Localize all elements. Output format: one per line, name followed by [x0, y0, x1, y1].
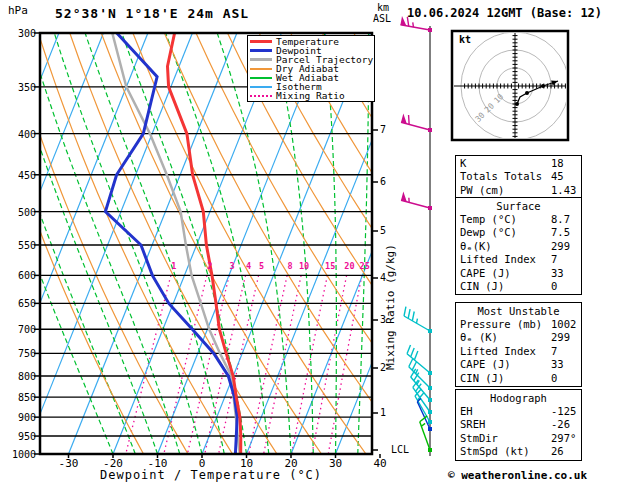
- curve-temperature: [168, 33, 241, 454]
- temp-tick-label: -20: [103, 457, 123, 470]
- pressure-axis-unit: hPa: [8, 4, 28, 17]
- stats-box: K18Totals Totals45PW (cm)1.43: [455, 155, 582, 199]
- pressure-tick-label: 550: [6, 240, 36, 251]
- pressure-tick-label: 800: [6, 371, 36, 382]
- pressure-tick-label: 500: [6, 207, 36, 218]
- legend: TemperatureDewpointParcel TrajectoryDry …: [247, 35, 375, 102]
- stats-row: StmDir297°: [456, 432, 581, 445]
- stats-row: EH-125: [456, 405, 581, 418]
- curve-parcel-trajectory: [112, 33, 240, 454]
- pressure-tick-label: 650: [6, 298, 36, 309]
- stats-value: 7: [551, 253, 557, 266]
- pressure-tick-label: 1000: [6, 449, 36, 460]
- valid-date: 10.06.2024 12GMT (Base: 12): [407, 6, 602, 20]
- legend-swatch: [250, 95, 272, 97]
- legend-swatch: [250, 40, 272, 43]
- stats-section-header: Surface: [456, 199, 581, 213]
- stats-value: 299: [551, 240, 570, 253]
- stats-value: 7: [551, 345, 557, 358]
- stats-row: Totals Totals45: [456, 170, 581, 183]
- stats-row: K18: [456, 157, 581, 170]
- legend-swatch: [250, 49, 272, 52]
- stats-row: CIN (J)0: [456, 280, 581, 293]
- stats-value: 8.7: [551, 213, 570, 226]
- mixing-ratio-value-label: 5: [259, 261, 264, 271]
- pressure-tick-label: 900: [6, 412, 36, 423]
- mixing-ratio-value-label: 25: [360, 261, 370, 271]
- km-tick-label: 7: [380, 124, 386, 135]
- mixing-ratio-value-label: 3: [230, 261, 235, 271]
- stats-value: -125: [551, 405, 576, 418]
- pressure-tick-label: 850: [6, 392, 36, 403]
- pressure-tick-label: 350: [6, 82, 36, 93]
- stats-box: HodographEH-125SREH-26StmDir297°StmSpd (…: [455, 389, 582, 461]
- stats-row: SREH-26: [456, 418, 581, 431]
- stats-value: 18: [551, 157, 564, 170]
- temperature-axis-label: Dewpoint / Temperature (°C): [100, 468, 322, 482]
- mixing-ratio-value-label: 1: [171, 261, 176, 271]
- stats-value: 1.43: [551, 184, 576, 197]
- stats-row: CAPE (J)33: [456, 267, 581, 280]
- km-tick-label: 3: [380, 314, 386, 325]
- stats-row: PW (cm)1.43: [456, 184, 581, 197]
- stats-row: Dewp (°C)7.5: [456, 226, 581, 239]
- temp-tick-label: 40: [373, 457, 386, 470]
- stats-value: 0: [551, 372, 557, 385]
- stats-row: CIN (J)0: [456, 372, 581, 385]
- wind-barb: [407, 345, 432, 375]
- skewt-sounding-page: 102030 hPa 52°38'N 1°18'E 24m ASL km ASL…: [0, 0, 629, 486]
- wind-barb: [401, 114, 432, 132]
- pressure-tick-label: 950: [6, 431, 36, 442]
- stats-value: 299: [551, 331, 570, 344]
- stats-row: θₑ (K)299: [456, 331, 581, 344]
- hodograph-unit-label: kt: [459, 34, 471, 45]
- asl-axis-label: ASL: [373, 13, 391, 24]
- pressure-tick-label: 600: [6, 270, 36, 281]
- mixing-ratio-value-label: 4: [246, 261, 251, 271]
- stats-value: 0: [551, 280, 557, 293]
- pressure-tick-label: 450: [6, 170, 36, 181]
- stats-section-header: Most Unstable: [456, 304, 581, 318]
- km-axis-label: km: [377, 2, 389, 13]
- mixing-ratio-value-label: 8: [287, 261, 292, 271]
- stats-box: Most UnstablePressure (mb)1002θₑ (K)299L…: [455, 302, 582, 387]
- temp-tick-label: 30: [329, 457, 342, 470]
- wind-barb: [401, 192, 432, 210]
- stats-section-header: Hodograph: [456, 391, 581, 405]
- stats-value: 7.5: [551, 226, 570, 239]
- stats-value: 1002: [551, 318, 576, 331]
- stats-row: Lifted Index7: [456, 253, 581, 266]
- wind-barb: [404, 307, 432, 333]
- stats-box: SurfaceTemp (°C)8.7Dewp (°C)7.5θₑ(K)299L…: [455, 197, 582, 295]
- stats-row: Temp (°C)8.7: [456, 213, 581, 226]
- legend-swatch: [250, 86, 272, 88]
- stats-row: Lifted Index7: [456, 345, 581, 358]
- stats-value: 26: [551, 445, 564, 458]
- km-tick-label: 1: [380, 407, 386, 418]
- mixing-ratio-value-label: 15: [325, 261, 335, 271]
- temp-tick-label: 0: [199, 457, 206, 470]
- pressure-tick-label: 400: [6, 129, 36, 140]
- legend-label: Mixing Ratio: [276, 91, 345, 100]
- credit-footer: © weatheronline.co.uk: [448, 469, 587, 482]
- legend-swatch: [250, 77, 272, 79]
- km-tick-label: 5: [380, 225, 386, 236]
- station-title: 52°38'N 1°18'E 24m ASL: [55, 6, 249, 21]
- stats-value: -26: [551, 418, 570, 431]
- stats-value: 33: [551, 267, 564, 280]
- stats-row: StmSpd (kt)26: [456, 445, 581, 458]
- stats-row: CAPE (J)33: [456, 358, 581, 371]
- temp-tick-label: -10: [148, 457, 168, 470]
- stats-row: Pressure (mb)1002: [456, 318, 581, 331]
- legend-swatch: [250, 58, 272, 61]
- pressure-tick-label: 750: [6, 348, 36, 359]
- km-tick-label: 2: [380, 362, 386, 373]
- mixing-ratio-value-label: 2: [207, 261, 212, 271]
- legend-swatch: [250, 68, 272, 70]
- pressure-tick-label: 700: [6, 324, 36, 335]
- stats-value: 45: [551, 170, 564, 183]
- temp-tick-label: 10: [240, 457, 253, 470]
- km-tick-label: 4: [380, 272, 386, 283]
- km-tick-label: 6: [380, 176, 386, 187]
- pressure-tick-label: 300: [6, 28, 36, 39]
